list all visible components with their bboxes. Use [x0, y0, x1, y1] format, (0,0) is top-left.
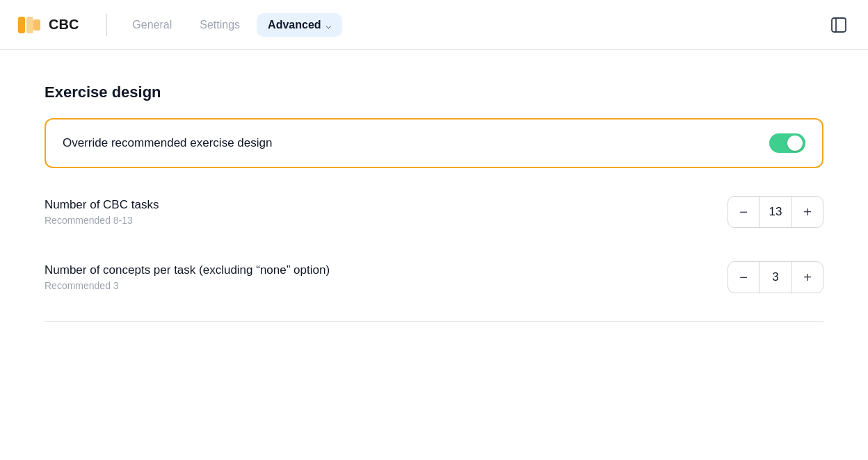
override-label: Override recommended exercise design	[63, 136, 272, 150]
cbc-tasks-text: Number of CBC tasks Recommended 8-13	[45, 198, 159, 226]
cbc-tasks-label: Number of CBC tasks	[45, 198, 159, 212]
cbc-tasks-value: 13	[759, 197, 792, 227]
concepts-decrement-button[interactable]: −	[728, 262, 759, 293]
concepts-value: 3	[759, 262, 792, 293]
sidebar-icon	[831, 17, 846, 33]
cbc-tasks-hint: Recommended 8-13	[45, 215, 159, 226]
svg-rect-1	[26, 17, 33, 33]
chevron-down-icon: ⌵	[326, 19, 331, 31]
cbc-logo-icon	[17, 13, 42, 38]
tab-general[interactable]: General	[121, 13, 183, 37]
section-title: Exercise design	[45, 83, 823, 101]
header-right	[826, 13, 851, 38]
svg-rect-2	[33, 19, 40, 31]
override-toggle[interactable]	[769, 133, 805, 153]
toggle-slider	[769, 133, 805, 153]
logo-area: CBC	[17, 13, 79, 38]
tab-advanced[interactable]: Advanced ⌵	[257, 13, 341, 37]
nav-divider	[106, 14, 107, 36]
cbc-tasks-decrement-button[interactable]: −	[728, 197, 759, 227]
concepts-row: Number of concepts per task (excluding “…	[45, 256, 823, 299]
sidebar-toggle-button[interactable]	[826, 13, 851, 38]
cbc-tasks-row: Number of CBC tasks Recommended 8-13 − 1…	[45, 190, 823, 233]
nav-tabs: General Settings Advanced ⌵	[121, 13, 826, 37]
bottom-divider	[45, 321, 823, 322]
svg-rect-0	[18, 17, 25, 33]
logo-text: CBC	[49, 17, 79, 33]
concepts-increment-button[interactable]: +	[792, 262, 823, 293]
concepts-label: Number of concepts per task (excluding “…	[45, 263, 330, 277]
svg-rect-3	[832, 18, 846, 32]
main-content: Exercise design Override recommended exe…	[0, 50, 868, 460]
concepts-hint: Recommended 3	[45, 280, 330, 291]
header: CBC General Settings Advanced ⌵	[0, 0, 868, 50]
override-row: Override recommended exercise design	[45, 118, 823, 168]
concepts-text: Number of concepts per task (excluding “…	[45, 263, 330, 291]
cbc-tasks-increment-button[interactable]: +	[792, 197, 823, 227]
tab-settings[interactable]: Settings	[188, 13, 251, 37]
tab-advanced-label: Advanced	[268, 19, 321, 31]
cbc-tasks-stepper: − 13 +	[728, 196, 823, 228]
concepts-stepper: − 3 +	[728, 261, 823, 293]
